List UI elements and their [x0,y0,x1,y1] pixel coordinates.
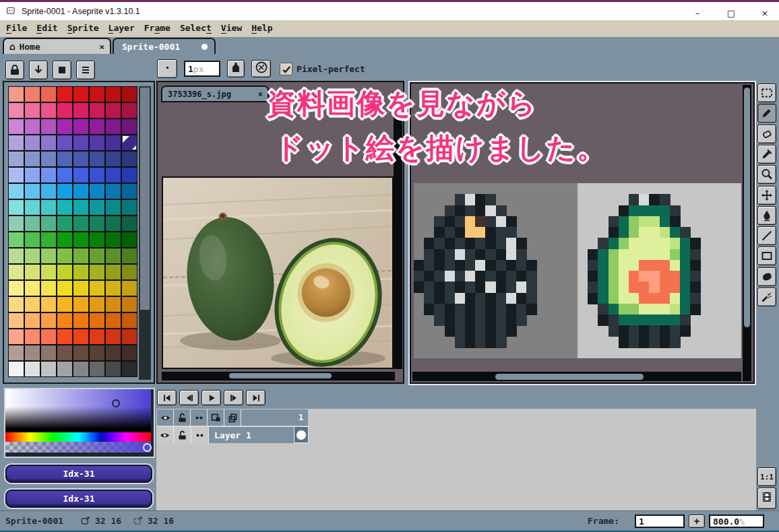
add-frame-button[interactable]: + [689,514,705,528]
palette-swatch[interactable] [8,151,24,167]
palette-swatch[interactable] [73,248,89,264]
palette-swatch[interactable] [121,296,137,312]
alpha-slider[interactable] [5,442,151,453]
tab-home-close-icon[interactable]: × [99,42,104,52]
palette-swatch[interactable] [8,86,24,102]
play-button[interactable] [201,390,221,405]
palette-swatch[interactable] [121,86,137,102]
palette-scroll-thumb[interactable] [140,88,150,310]
frame-number-input[interactable]: 1 [635,514,685,528]
palette-swatch[interactable] [24,248,40,264]
frame-header-cell[interactable]: 1 [294,409,308,426]
palette-swatch[interactable] [105,167,121,183]
go-first-button[interactable] [157,390,177,405]
palette-swatch[interactable] [24,215,40,232]
palette-swatch[interactable] [57,102,73,119]
palette-swatch[interactable] [121,345,137,361]
palette-swatch[interactable] [105,183,121,199]
palette-swatch[interactable] [24,345,40,361]
go-prev-button[interactable] [179,390,199,405]
go-last-button[interactable] [246,390,266,405]
palette-swatch[interactable] [121,264,137,280]
palette-swatch[interactable] [8,296,24,312]
palette-swatch[interactable] [40,345,57,361]
palette-swatch[interactable] [89,312,105,329]
palette-swatch[interactable] [105,102,121,119]
palette-swatch[interactable] [89,329,105,345]
palette-swatch[interactable] [8,264,24,280]
palette-swatch[interactable] [40,280,57,296]
editor-hscroll-thumb[interactable] [495,374,644,380]
palette-swatch[interactable] [73,329,89,345]
palette-swatch[interactable] [121,312,137,329]
palette-swatch[interactable] [73,215,89,232]
palette-menu-button[interactable] [76,61,95,79]
timeline-header-eye-icon[interactable] [157,409,174,426]
menu-item-layer[interactable]: Layer [108,23,135,33]
palette-swatch[interactable] [121,215,137,232]
saturation-value-box[interactable] [5,389,151,432]
palette-swatch[interactable] [73,167,89,183]
sprite-canvas[interactable] [414,183,741,358]
palette-sort-down-button[interactable] [29,61,48,79]
palette-swatch[interactable] [40,135,57,151]
zoom-input[interactable]: 800.0% [709,514,764,528]
hue-slider[interactable] [5,432,151,442]
cel-cell[interactable] [294,426,309,443]
palette-swatch-selected[interactable] [121,135,137,151]
palette-swatch[interactable] [73,119,89,135]
palette-swatch[interactable] [8,312,24,329]
go-next-button[interactable] [224,390,243,405]
reference-tab[interactable]: 3753396_s.jpg × [161,86,269,102]
menu-item-file[interactable]: File [6,23,27,33]
palette-swatch[interactable] [89,361,105,377]
palette-swatch[interactable] [105,312,121,329]
tool-line[interactable] [757,226,776,245]
palette-swatch[interactable] [57,86,73,102]
palette-swatch[interactable] [57,199,73,215]
minimize-button[interactable]: – [686,4,709,22]
reference-hscroll-thumb[interactable] [229,373,332,378]
palette-swatch[interactable] [40,215,57,232]
palette-swatch[interactable] [105,329,121,345]
palette-swatch[interactable] [73,102,89,119]
palette-swatch[interactable] [40,296,57,312]
palette-swatch[interactable] [57,280,73,296]
palette-swatch[interactable] [105,135,121,151]
palette-swatch[interactable] [105,296,121,312]
palette-swatch[interactable] [24,167,40,183]
palette-swatch[interactable] [8,135,24,151]
reference-photo[interactable] [162,176,394,369]
editor-vscroll-thumb[interactable] [744,88,750,327]
palette-swatch[interactable] [57,167,73,183]
palette-swatch[interactable] [89,248,105,264]
palette-swatch[interactable] [57,183,73,199]
palette-swatch[interactable] [40,312,57,329]
palette-swatch[interactable] [105,232,121,248]
palette-swatch[interactable] [89,102,105,119]
palette-swatch[interactable] [89,135,105,151]
editor-vertical-scrollbar[interactable] [743,85,751,381]
palette-swatch[interactable] [57,345,73,361]
close-button[interactable]: × [753,4,776,22]
palette-swatch[interactable] [40,232,57,248]
layer-lock-open-toggle[interactable] [174,426,191,444]
palette-swatch[interactable] [89,167,105,183]
palette-swatch[interactable] [105,361,121,377]
palette-swatch[interactable] [40,329,57,345]
palette-swatch[interactable] [89,264,105,280]
palette-swatch[interactable] [24,199,40,215]
editor-horizontal-scrollbar[interactable] [412,372,741,381]
palette-swatch[interactable] [24,151,40,167]
palette-swatch[interactable] [89,345,105,361]
pixel-perfect-checkbox[interactable] [280,63,292,75]
layer-eye-toggle[interactable] [156,426,174,444]
palette-swatch[interactable] [8,232,24,248]
palette-swatch[interactable] [24,135,40,151]
tool-zoom-tool[interactable] [757,165,776,184]
palette-swatch[interactable] [73,135,89,151]
palette-swatch[interactable] [24,296,40,312]
sv-marker[interactable] [112,399,120,407]
palette-swatch[interactable] [57,264,73,280]
palette-swatch[interactable] [89,215,105,232]
